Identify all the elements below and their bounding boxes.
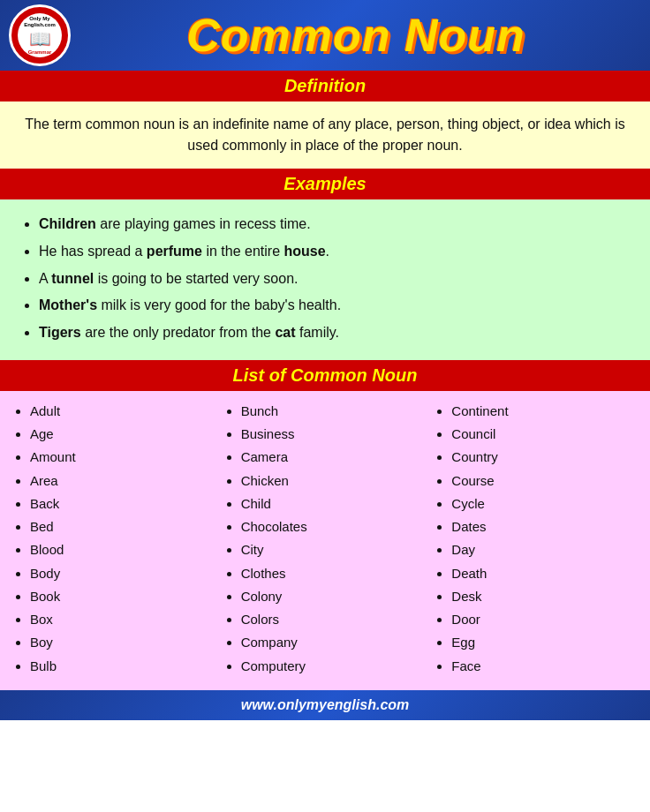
examples-bar-label: Examples bbox=[283, 174, 366, 193]
list-item: Age bbox=[30, 423, 215, 446]
list-item: A tunnel is going to be started very soo… bbox=[39, 267, 629, 292]
list-item: Bunch bbox=[241, 400, 426, 423]
list-item: Back bbox=[30, 492, 215, 515]
logo-text-top: Only MyEnglish.com bbox=[24, 16, 56, 27]
bold-word: tunnel bbox=[51, 271, 94, 286]
examples-list: Children are playing games in recess tim… bbox=[21, 212, 629, 346]
examples-bar: Examples bbox=[0, 169, 650, 199]
list-item: Tigers are the only predator from the ca… bbox=[39, 320, 629, 346]
list-content: AdultAgeAmountAreaBackBedBloodBodyBookBo… bbox=[0, 391, 650, 690]
definition-paragraph: The term common noun is an indefinite na… bbox=[18, 114, 632, 156]
column-list: ContinentCouncilCountryCourseCycleDatesD… bbox=[435, 400, 636, 678]
logo: Only MyEnglish.com 📖 Grammar bbox=[9, 4, 71, 66]
definition-text: The term common noun is an indefinite na… bbox=[0, 102, 650, 169]
list-item: Bulb bbox=[30, 655, 215, 678]
list-item: Amount bbox=[30, 446, 215, 469]
bold-word: house bbox=[283, 244, 325, 259]
definition-bar-label: Definition bbox=[284, 76, 366, 95]
bold-word: Mother's bbox=[39, 297, 97, 312]
list-item: Company bbox=[241, 631, 426, 654]
list-item: Bed bbox=[30, 515, 215, 538]
list-item: Dates bbox=[451, 515, 636, 538]
examples-content: Children are playing games in recess tim… bbox=[0, 199, 650, 360]
column-list: BunchBusinessCameraChickenChildChocolate… bbox=[225, 400, 426, 678]
list-item: Continent bbox=[451, 400, 636, 423]
list-item: Course bbox=[451, 470, 636, 492]
list-column-2: BunchBusinessCameraChickenChildChocolate… bbox=[220, 400, 431, 678]
list-item: Egg bbox=[451, 631, 636, 654]
page-title: Common Noun bbox=[186, 9, 525, 62]
list-item: Chocolates bbox=[241, 515, 426, 538]
list-item: Death bbox=[451, 562, 636, 585]
list-item: Desk bbox=[451, 585, 636, 608]
list-column-1: AdultAgeAmountAreaBackBedBloodBodyBookBo… bbox=[9, 400, 220, 678]
list-item: Colony bbox=[241, 585, 426, 608]
bold-word: Tigers bbox=[39, 325, 81, 340]
list-item: Chicken bbox=[241, 470, 426, 492]
list-item: Council bbox=[451, 423, 636, 446]
footer-text: www.onlymyenglish.com bbox=[241, 697, 410, 712]
header: Only MyEnglish.com 📖 Grammar Common Noun bbox=[0, 0, 650, 71]
list-item: City bbox=[241, 538, 426, 561]
logo-book-icon: 📖 bbox=[29, 28, 51, 49]
list-column-3: ContinentCouncilCountryCourseCycleDatesD… bbox=[430, 400, 641, 678]
list-item: Computery bbox=[241, 655, 426, 678]
logo-text-bottom: Grammar bbox=[28, 49, 52, 55]
list-item: Cycle bbox=[451, 492, 636, 515]
list-item: Day bbox=[451, 538, 636, 561]
list-item: Country bbox=[451, 446, 636, 469]
list-item: Mother's milk is very good for the baby'… bbox=[39, 293, 629, 319]
bold-word: perfume bbox=[147, 244, 202, 259]
list-item: Boy bbox=[30, 631, 215, 654]
list-item: Body bbox=[30, 562, 215, 585]
list-item: Area bbox=[30, 470, 215, 492]
list-item: Colors bbox=[241, 608, 426, 631]
list-item: Box bbox=[30, 608, 215, 631]
list-item: Clothes bbox=[241, 562, 426, 585]
footer: www.onlymyenglish.com bbox=[0, 690, 650, 720]
column-list: AdultAgeAmountAreaBackBedBloodBodyBookBo… bbox=[14, 400, 215, 678]
list-item: Blood bbox=[30, 538, 215, 561]
list-item: Face bbox=[451, 655, 636, 678]
list-item: Child bbox=[241, 492, 426, 515]
list-item: Door bbox=[451, 608, 636, 631]
list-item: Children are playing games in recess tim… bbox=[39, 212, 629, 237]
definition-bar: Definition bbox=[0, 71, 650, 102]
list-bar-label: List of Common Noun bbox=[233, 365, 418, 385]
bold-word: cat bbox=[275, 325, 295, 340]
list-item: Camera bbox=[241, 446, 426, 469]
list-bar: List of Common Noun bbox=[0, 360, 650, 391]
list-item: He has spread a perfume in the entire ho… bbox=[39, 239, 629, 265]
list-item: Business bbox=[241, 423, 426, 446]
bold-word: Children bbox=[39, 216, 96, 231]
list-item: Adult bbox=[30, 400, 215, 423]
list-item: Book bbox=[30, 585, 215, 608]
